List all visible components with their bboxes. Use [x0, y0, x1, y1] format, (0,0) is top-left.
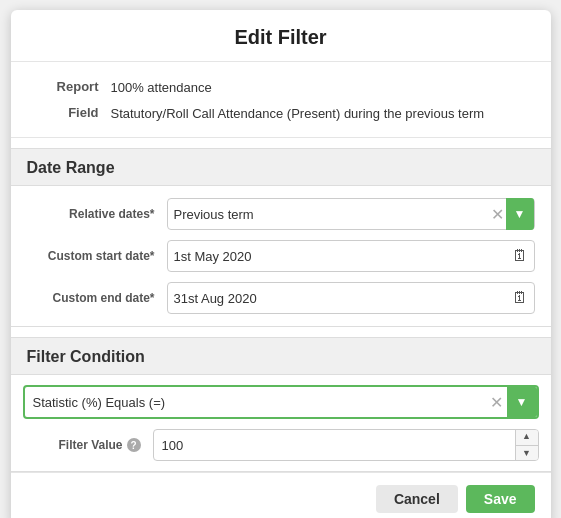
filter-value-row: Filter Value ? ▲ ▼ [23, 429, 539, 461]
relative-dates-row: Relative dates* Previous term ✕ ▼ [27, 198, 535, 230]
save-button[interactable]: Save [466, 485, 535, 513]
filter-value-help-icon[interactable]: ? [127, 438, 141, 452]
relative-dates-clear-icon[interactable]: ✕ [491, 205, 504, 224]
custom-end-date-row: Custom end date* 31st Aug 2020 🗓 [27, 282, 535, 314]
date-range-title: Date Range [11, 149, 551, 186]
date-range-body: Relative dates* Previous term ✕ ▼ Custom… [11, 186, 551, 326]
relative-dates-value: Previous term [174, 207, 491, 222]
custom-start-date-value: 1st May 2020 [174, 249, 512, 264]
field-value: Statutory/Roll Call Attendance (Present)… [111, 104, 531, 124]
relative-dates-control[interactable]: Previous term ✕ ▼ [167, 198, 535, 230]
condition-value: Statistic (%) Equals (=) [25, 395, 486, 410]
dialog-footer: Cancel Save [11, 472, 551, 518]
filter-value-input[interactable] [154, 438, 515, 453]
filter-condition-section: Filter Condition Statistic (%) Equals (=… [11, 337, 551, 472]
report-row: Report 100% attendance [31, 78, 531, 98]
custom-start-calendar-icon[interactable]: 🗓 [512, 247, 528, 265]
filter-condition-body: Statistic (%) Equals (=) ✕ ▼ Filter Valu… [11, 375, 551, 471]
filter-value-stepper: ▲ ▼ [515, 429, 538, 461]
report-value: 100% attendance [111, 78, 531, 98]
info-section: Report 100% attendance Field Statutory/R… [11, 62, 551, 138]
cancel-button[interactable]: Cancel [376, 485, 458, 513]
condition-clear-icon[interactable]: ✕ [486, 393, 507, 412]
custom-end-calendar-icon[interactable]: 🗓 [512, 289, 528, 307]
custom-end-date-value: 31st Aug 2020 [174, 291, 512, 306]
field-label: Field [31, 104, 111, 120]
condition-dropdown-btn[interactable]: ▼ [507, 387, 537, 417]
report-label: Report [31, 78, 111, 94]
filter-value-label: Filter Value ? [23, 438, 153, 452]
custom-start-date-row: Custom start date* 1st May 2020 🗓 [27, 240, 535, 272]
dialog-title: Edit Filter [11, 10, 551, 62]
custom-start-date-control[interactable]: 1st May 2020 🗓 [167, 240, 535, 272]
filter-value-input-wrap: ▲ ▼ [153, 429, 539, 461]
condition-dropdown[interactable]: Statistic (%) Equals (=) ✕ ▼ [23, 385, 539, 419]
relative-dates-label: Relative dates* [27, 207, 167, 221]
custom-start-date-label: Custom start date* [27, 249, 167, 263]
custom-end-date-label: Custom end date* [27, 291, 167, 305]
stepper-up-button[interactable]: ▲ [516, 429, 538, 446]
stepper-down-button[interactable]: ▼ [516, 446, 538, 462]
date-range-section: Date Range Relative dates* Previous term… [11, 148, 551, 327]
field-row: Field Statutory/Roll Call Attendance (Pr… [31, 104, 531, 124]
edit-filter-dialog: Edit Filter Report 100% attendance Field… [11, 10, 551, 518]
filter-condition-title: Filter Condition [11, 338, 551, 375]
relative-dates-dropdown-icon[interactable]: ▼ [506, 198, 534, 230]
custom-end-date-control[interactable]: 31st Aug 2020 🗓 [167, 282, 535, 314]
